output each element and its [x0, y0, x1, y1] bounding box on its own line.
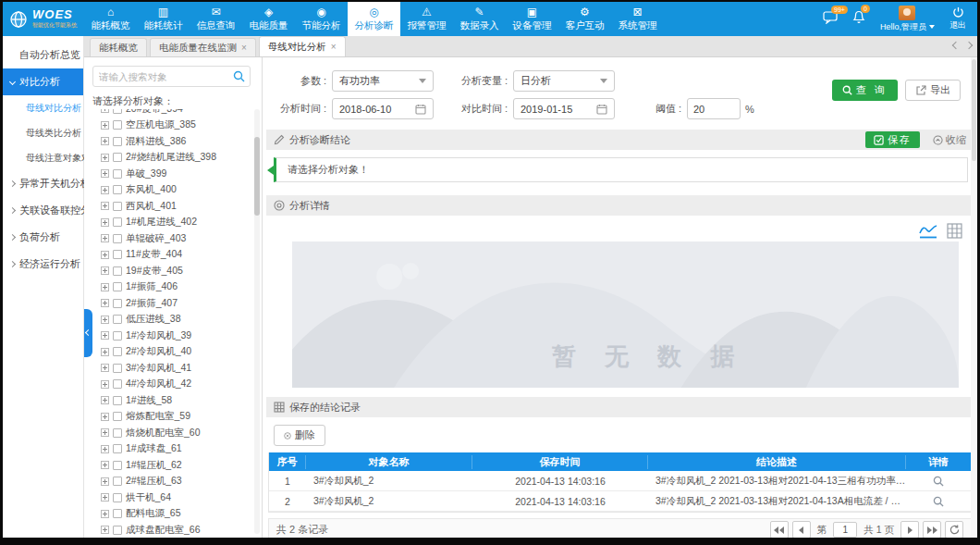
tree-scrollbar[interactable] — [254, 109, 260, 534]
threshold-input[interactable] — [687, 98, 741, 119]
line-chart-icon[interactable] — [919, 223, 937, 239]
close-icon[interactable]: × — [241, 43, 247, 53]
tree-item[interactable]: 20#皮带_394 — [84, 109, 252, 118]
tree-item[interactable]: 单破_399 — [84, 166, 252, 182]
tree-item[interactable]: 3#冷却风机_41 — [84, 360, 252, 377]
checkbox[interactable] — [113, 526, 122, 535]
expand-plus-icon[interactable] — [101, 266, 109, 275]
tree-item[interactable]: 空压机电源_385 — [84, 118, 252, 134]
checkbox[interactable] — [113, 347, 122, 356]
checkbox[interactable] — [113, 169, 122, 179]
sidebar-item[interactable]: 自动分析总览 — [3, 42, 83, 68]
tree-item[interactable]: 单辊破碎_403 — [84, 230, 252, 247]
expand-plus-icon[interactable] — [101, 218, 109, 227]
expand-plus-icon[interactable] — [101, 154, 109, 162]
checkbox[interactable] — [113, 234, 122, 243]
save-button[interactable]: 保存 — [865, 131, 920, 148]
collapse-button[interactable]: 收缩 — [933, 133, 966, 147]
tree-item[interactable]: 焙烧机配电室_60 — [84, 425, 252, 441]
table-row[interactable]: 1 3#冷却风机_2 2021-04-13 14:03:16 3#冷却风机_2 … — [269, 471, 971, 491]
tree-item[interactable]: 烘干机_64 — [84, 489, 252, 506]
tab-scroll-right-icon[interactable] — [965, 42, 973, 49]
checkbox[interactable] — [113, 364, 122, 373]
param-select[interactable]: 有功功率 — [332, 70, 434, 92]
analysis-date-input[interactable]: 2018-06-10 — [332, 98, 434, 119]
checkbox[interactable] — [113, 109, 122, 114]
expand-plus-icon[interactable] — [101, 526, 109, 534]
expand-plus-icon[interactable] — [101, 364, 109, 372]
expand-plus-icon[interactable] — [101, 121, 109, 130]
expand-plus-icon[interactable] — [101, 186, 109, 194]
checkbox[interactable] — [113, 379, 122, 389]
nav-item[interactable]: ⊠ 系统管理 — [611, 2, 664, 36]
tree-item[interactable]: 2#振筛_407 — [84, 295, 252, 312]
expand-plus-icon[interactable] — [101, 493, 109, 502]
expand-plus-icon[interactable] — [101, 234, 109, 242]
tree-item[interactable]: 1#辊压机_62 — [84, 457, 252, 474]
tree-item[interactable]: 1#机尾进线_402 — [84, 215, 252, 231]
checkbox[interactable] — [113, 185, 122, 194]
checkbox[interactable] — [113, 217, 122, 227]
expand-plus-icon[interactable] — [101, 169, 109, 178]
checkbox[interactable] — [113, 509, 122, 518]
table-view-icon[interactable] — [947, 223, 962, 239]
table-row[interactable]: 2 3#冷却风机_2 2021-04-13 14:03:16 3#冷却风机_2 … — [269, 491, 971, 512]
nav-item[interactable]: ◉ 节能分析 — [295, 2, 348, 36]
tree-item[interactable]: 成球盘配电室_66 — [84, 522, 252, 536]
checkbox[interactable] — [113, 137, 122, 146]
expand-plus-icon[interactable] — [101, 380, 109, 389]
sidebar-item[interactable]: 负荷分析 — [3, 224, 83, 251]
nav-item[interactable]: ⚠ 报警管理 — [400, 2, 453, 36]
panel-collapse-handle[interactable] — [84, 309, 92, 357]
tree-item[interactable]: 配料电源_65 — [84, 506, 252, 523]
page-scrollbar[interactable] — [971, 57, 977, 538]
tree-item[interactable]: 西风机_401 — [84, 198, 252, 215]
sidebar-item[interactable]: 异常开关机分析 — [3, 170, 83, 197]
tab[interactable]: 母线对比分析 × — [259, 36, 346, 56]
sidebar-item[interactable]: 母线类比分析 — [3, 120, 83, 145]
search-icon[interactable] — [233, 70, 245, 82]
checkbox[interactable] — [113, 202, 122, 211]
expand-plus-icon[interactable] — [101, 413, 109, 421]
nav-item[interactable]: ⌂ 能耗概览 — [84, 2, 137, 36]
sidebar-item[interactable]: 经济运行分析 — [3, 251, 83, 278]
tree-item[interactable]: 1#成球盘_61 — [84, 441, 252, 458]
expand-plus-icon[interactable] — [101, 109, 109, 113]
expand-plus-icon[interactable] — [101, 202, 109, 210]
tree-item[interactable]: 1#进线_58 — [84, 392, 252, 409]
tree-item[interactable]: 东风机_400 — [84, 182, 252, 199]
next-page-button[interactable] — [900, 521, 919, 538]
tree-item[interactable]: 低压进线_38 — [84, 312, 252, 328]
nav-item[interactable]: ▣ 设备管理 — [506, 2, 558, 36]
sidebar-item[interactable]: 关联设备联控分析 — [3, 197, 83, 224]
checkbox[interactable] — [113, 493, 122, 502]
tree-item[interactable]: 2#辊压机_63 — [84, 474, 252, 490]
detail-magnifier-icon[interactable] — [933, 476, 944, 487]
tree-item[interactable]: 11#皮带_404 — [84, 247, 252, 264]
checkbox[interactable] — [113, 266, 122, 276]
tab[interactable]: 能耗概览 × — [90, 38, 147, 56]
export-button[interactable]: 导出 — [905, 80, 961, 101]
tab-scroll-left-icon[interactable] — [952, 42, 960, 49]
tree-item[interactable]: 混料进线_386 — [84, 133, 252, 150]
expand-plus-icon[interactable] — [101, 445, 109, 453]
tree-scrollbar-thumb[interactable] — [254, 137, 260, 216]
checkbox[interactable] — [113, 461, 122, 470]
tree-item[interactable]: 19#皮带_405 — [84, 263, 252, 279]
expand-plus-icon[interactable] — [101, 316, 109, 324]
checkbox[interactable] — [113, 477, 122, 486]
checkbox[interactable] — [113, 412, 122, 421]
first-page-button[interactable] — [770, 521, 789, 538]
tab[interactable]: 电能质量在线监测 × — [150, 38, 256, 56]
page-scrollbar-thumb[interactable] — [972, 59, 976, 161]
checkbox[interactable] — [113, 120, 122, 130]
detail-magnifier-icon[interactable] — [933, 496, 944, 507]
sidebar-item[interactable]: 母线注意对象对比 — [3, 145, 83, 170]
query-button[interactable]: 查 询 — [832, 80, 898, 101]
expand-plus-icon[interactable] — [101, 396, 109, 404]
checkbox[interactable] — [113, 444, 122, 453]
tree-item[interactable]: 2#冷却风机_40 — [84, 344, 252, 361]
sidebar-item[interactable]: 母线对比分析 — [3, 95, 83, 120]
user-menu[interactable]: Hello,管理员 — [880, 6, 935, 33]
tree-item[interactable]: 1#冷却风机_39 — [84, 328, 252, 344]
